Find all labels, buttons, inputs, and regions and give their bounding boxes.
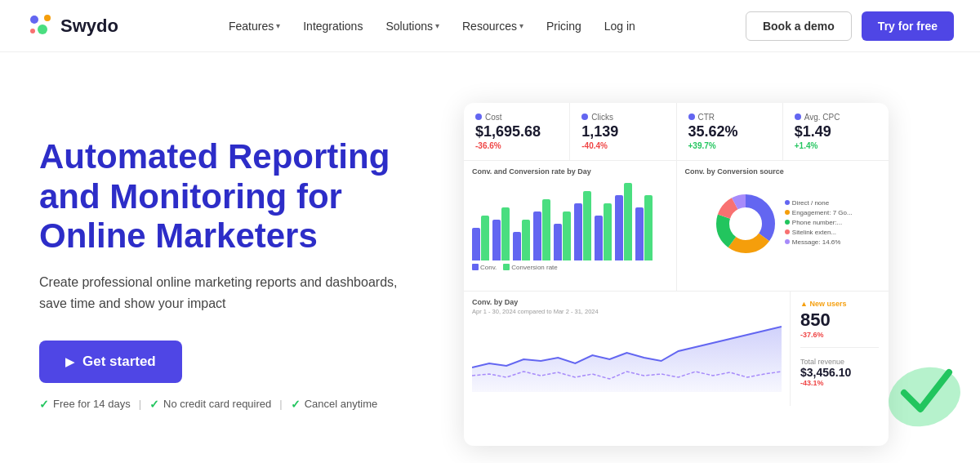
bar-green [583, 191, 591, 260]
bar-chart-title: Conv. and Conversion rate by Day [472, 167, 668, 176]
book-demo-button[interactable]: Book a demo [746, 11, 852, 41]
bar-chart-panel: Conv. and Conversion rate by Day [464, 161, 677, 291]
hero-right: Cost $1,695.68 -36.6% Clicks 1,139 -40.4… [464, 103, 941, 446]
bar-green [522, 220, 530, 260]
hero-subtitle: Create professional online marketing rep… [39, 272, 399, 314]
stats-row: Cost $1,695.68 -36.6% Clicks 1,139 -40.4… [464, 103, 889, 161]
line-chart-svg [472, 318, 782, 392]
svg-point-0 [30, 16, 38, 24]
bar-group [492, 207, 510, 260]
nav-resources[interactable]: Resources ▾ [452, 13, 533, 39]
nav-integrations[interactable]: Integrations [293, 13, 372, 39]
separator: | [279, 398, 282, 410]
stat-dot [795, 114, 801, 120]
donut-chart-panel: Conv. by Conversion source Dire [677, 161, 889, 291]
dashboard: Cost $1,695.68 -36.6% Clicks 1,139 -40.4… [464, 103, 889, 446]
bar-group [635, 195, 653, 260]
svg-point-2 [38, 24, 47, 34]
metric-change: -37.6% [800, 331, 879, 339]
donut-svg [713, 191, 778, 256]
donut-legend: Direct / none Engagement: 7 Go... Phone … [785, 199, 853, 248]
revenue-label: Total revenue [800, 358, 879, 366]
try-for-free-button[interactable]: Try for free [862, 11, 954, 41]
nav-pricing[interactable]: Pricing [537, 13, 591, 39]
bar-group [533, 199, 550, 260]
stat-value: 1,139 [581, 123, 664, 140]
stat-value: $1.49 [795, 123, 877, 140]
hero-section: Automated Reporting and Monitoring for O… [0, 52, 980, 463]
nav-features[interactable]: Features ▾ [219, 13, 290, 39]
check-icon: ✓ [291, 398, 301, 411]
revenue-value: $3,456.10 [800, 366, 879, 379]
bar-group [574, 191, 591, 260]
line-chart-subtitle: Apr 1 - 30, 2024 compared to Mar 2 - 31,… [472, 308, 782, 315]
charts-row: Conv. and Conversion rate by Day [464, 161, 889, 292]
revenue-change: -43.1% [800, 379, 879, 387]
bar-group [554, 211, 571, 260]
separator: | [139, 398, 141, 410]
bar-blue [513, 232, 521, 260]
donut-chart-title: Conv. by Conversion source [685, 167, 881, 176]
bar-group [615, 183, 632, 260]
svg-point-1 [44, 15, 51, 21]
svg-point-3 [30, 29, 35, 33]
stat-cpc: Avg. CPC $1.49 +1.4% [783, 103, 889, 160]
bar-group [595, 203, 612, 260]
stat-change: +39.7% [688, 141, 771, 150]
hero-title: Automated Reporting and Monitoring for O… [39, 137, 431, 256]
logo[interactable]: Swydo [26, 11, 118, 41]
nav-solutions[interactable]: Solutions ▾ [376, 13, 449, 39]
logo-text: Swydo [60, 16, 118, 37]
green-check-decoration [884, 348, 965, 430]
nav-login[interactable]: Log in [595, 13, 645, 39]
line-chart-panel: Conv. by Day Apr 1 - 30, 2024 compared t… [464, 292, 791, 406]
logo-icon [26, 11, 56, 41]
badge-cancel: ✓ Cancel anytime [291, 398, 378, 411]
svg-point-9 [731, 209, 760, 238]
stat-ctr: CTR 35.62% +39.7% [677, 103, 783, 160]
bar-green [501, 207, 510, 260]
bar-blue [595, 216, 603, 260]
stat-clicks: Clicks 1,139 -40.4% [570, 103, 676, 160]
stat-change: +1.4% [795, 141, 877, 150]
line-chart-title: Conv. by Day [472, 298, 782, 306]
divider [800, 347, 879, 348]
bar-blue [533, 211, 541, 260]
check-icon: ✓ [149, 398, 159, 411]
bar-green [604, 203, 612, 260]
stat-change: -36.6% [475, 141, 558, 150]
bar-group [513, 220, 530, 260]
play-icon: ▶ [65, 355, 74, 368]
bar-green [624, 183, 632, 260]
bar-green [644, 195, 653, 260]
bar-blue [574, 203, 582, 260]
stat-dot [581, 114, 588, 120]
metrics-panel: ▲ New users 850 -37.6% Total revenue $3,… [791, 292, 889, 406]
donut-chart: Direct / none Engagement: 7 Go... Phone … [685, 179, 881, 269]
bar-blue [554, 224, 562, 260]
bar-green [563, 211, 571, 260]
nav-links: Features ▾ Integrations Solutions ▾ Reso… [219, 13, 645, 39]
metric-icon: ▲ New users [800, 300, 879, 308]
check-icon: ✓ [39, 398, 49, 411]
stat-dot [688, 114, 695, 120]
get-started-button[interactable]: ▶ Get started [39, 341, 182, 383]
bar-chart-legend: Conv. Conversion rate [472, 264, 668, 271]
badge-free: ✓ Free for 14 days [39, 398, 131, 411]
hero-left: Automated Reporting and Monitoring for O… [39, 137, 431, 410]
bar-blue [615, 195, 623, 260]
metric-value: 850 [800, 309, 879, 331]
navbar: Swydo Features ▾ Integrations Solutions … [0, 0, 980, 52]
chevron-down-icon: ▾ [519, 21, 523, 30]
new-users-metric: ▲ New users 850 -37.6% [800, 300, 879, 339]
bar-blue [472, 228, 480, 260]
bar-green [481, 216, 489, 260]
hero-badges: ✓ Free for 14 days | ✓ No credit card re… [39, 398, 431, 411]
stat-value: $1,695.68 [475, 123, 558, 140]
badge-no-credit: ✓ No credit card required [149, 398, 271, 411]
stat-dot [475, 114, 482, 120]
bar-blue [492, 220, 501, 260]
bar-group [472, 216, 489, 260]
stat-value: 35.62% [688, 123, 771, 140]
stat-cost: Cost $1,695.68 -36.6% [464, 103, 570, 160]
